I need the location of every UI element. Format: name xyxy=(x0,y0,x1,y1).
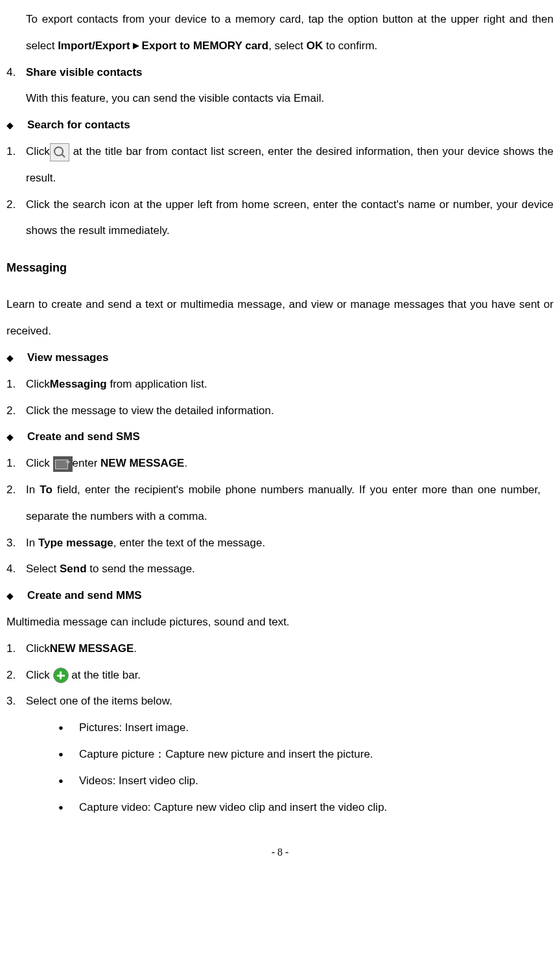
plus-icon xyxy=(53,668,69,683)
bold-text: To xyxy=(40,484,52,496)
text: . xyxy=(134,642,137,655)
mms-step-3: 3. Select one of the items below. xyxy=(6,688,554,715)
bullet-pictures: ● Pictures: Insert image. xyxy=(58,715,554,741)
messaging-intro: Learn to create and send a text or multi… xyxy=(6,292,554,345)
bold-text: NEW MESSAGE xyxy=(50,642,134,655)
section-create-sms: ◆ Create and send SMS xyxy=(6,424,554,450)
colon: ： xyxy=(154,748,165,760)
section-title: Create and send SMS xyxy=(27,424,554,450)
page-number: - 8 - xyxy=(6,840,554,865)
compose-icon xyxy=(53,456,73,472)
text: Click xyxy=(26,669,53,681)
item-number: 1. xyxy=(6,371,26,398)
item-number: 4. xyxy=(6,60,26,113)
sms-step-1: 1. Click enter NEW MESSAGE. xyxy=(6,450,554,477)
search-step-2: 2. Click the search icon at the upper le… xyxy=(6,192,554,245)
text: Select one of the items below. xyxy=(26,688,554,715)
diamond-bullet: ◆ xyxy=(6,583,27,609)
round-bullet: ● xyxy=(58,715,79,741)
view-step-1: 1. ClickMessaging from application list. xyxy=(6,371,554,398)
section-search-for-contacts: ◆ Search for contacts xyxy=(6,112,554,139)
section-title: View messages xyxy=(27,345,554,371)
round-bullet: ● xyxy=(58,741,79,768)
mms-step-2: 2. Click at the title bar. xyxy=(6,662,554,689)
diamond-bullet: ◆ xyxy=(6,112,27,139)
text: Click the search icon at the upper left … xyxy=(26,192,554,245)
messaging-heading: Messaging xyxy=(6,254,554,282)
bold-text: Messaging xyxy=(50,378,107,390)
item-number: 4. xyxy=(6,556,26,583)
item-number: 2. xyxy=(6,662,26,689)
round-bullet: ● xyxy=(58,795,79,821)
search-step-1: 1. Click at the title bar from contact l… xyxy=(6,139,554,192)
text: , enter the text of the message. xyxy=(113,537,265,549)
export-paragraph: To export contacts from your device to a… xyxy=(26,6,554,60)
text: Pictures: Insert image. xyxy=(79,715,554,741)
text: Select xyxy=(26,563,60,575)
mms-step-1: 1. ClickNEW MESSAGE. xyxy=(6,636,554,662)
section-create-mms: ◆ Create and send MMS xyxy=(6,583,554,609)
round-bullet: ● xyxy=(58,768,79,795)
text: at the title bar. xyxy=(69,669,141,681)
text: enter xyxy=(73,457,100,469)
text: Click the message to view the detailed i… xyxy=(26,398,554,425)
text: Capture video: Capture new video clip an… xyxy=(79,795,554,821)
text: Videos: Insert video clip. xyxy=(79,768,554,795)
section-title: Search for contacts xyxy=(27,112,554,139)
arrow-icon xyxy=(133,43,139,49)
item-number: 2. xyxy=(6,477,26,530)
text: to send the message. xyxy=(87,563,195,575)
text: Capture picture xyxy=(79,748,154,760)
bold-text: OK xyxy=(307,40,323,52)
text: to confirm. xyxy=(323,40,377,52)
text: field, enter the recipient's mobile phon… xyxy=(26,484,541,522)
bold-text: Import/Export xyxy=(58,40,130,52)
item-title: Share visible contacts xyxy=(26,60,554,86)
sms-step-2: 2. In To field, enter the recipient's mo… xyxy=(6,477,554,530)
section-view-messages: ◆ View messages xyxy=(6,345,554,371)
sms-step-4: 4. Select Send to send the message. xyxy=(6,556,554,583)
text: at the title bar from contact list scree… xyxy=(26,145,554,184)
text: In xyxy=(26,537,38,549)
diamond-bullet: ◆ xyxy=(6,424,27,450)
item-number: 1. xyxy=(6,139,26,192)
bullet-capture-picture: ● Capture picture：Capture new picture an… xyxy=(58,741,554,768)
item-number: 3. xyxy=(6,530,26,557)
bullet-capture-video: ● Capture video: Capture new video clip … xyxy=(58,795,554,821)
bullet-videos: ● Videos: Insert video clip. xyxy=(58,768,554,795)
item-number: 1. xyxy=(6,636,26,662)
text: Click xyxy=(26,378,50,390)
bold-text: Send xyxy=(60,563,87,575)
text: In xyxy=(26,484,40,496)
item-number: 1. xyxy=(6,450,26,477)
text: Click xyxy=(26,457,53,469)
diamond-bullet: ◆ xyxy=(6,345,27,371)
view-step-2: 2. Click the message to view the detaile… xyxy=(6,398,554,425)
document-page: To export contacts from your device to a… xyxy=(0,6,560,865)
bold-text: Type message xyxy=(38,537,113,549)
text: Click xyxy=(26,642,50,655)
section-title: Create and send MMS xyxy=(27,583,554,609)
item-text: With this feature, you can send the visi… xyxy=(26,86,554,112)
text: from application list. xyxy=(107,378,207,390)
list-item-4: 4. Share visible contacts With this feat… xyxy=(6,60,554,113)
mms-intro: Multimedia message can include pictures,… xyxy=(6,609,554,636)
item-number: 3. xyxy=(6,688,26,715)
bold-text: NEW MESSAGE xyxy=(100,457,184,469)
item-number: 2. xyxy=(6,398,26,425)
text: Capture new picture and insert the pictu… xyxy=(165,748,373,760)
text: . xyxy=(184,457,187,469)
text: , select xyxy=(268,40,307,52)
bold-text: Export to MEMORY card xyxy=(142,40,269,52)
search-icon xyxy=(50,143,69,161)
sms-step-3: 3. In Type message, enter the text of th… xyxy=(6,530,554,557)
item-number: 2. xyxy=(6,192,26,245)
text: Click xyxy=(26,145,50,157)
